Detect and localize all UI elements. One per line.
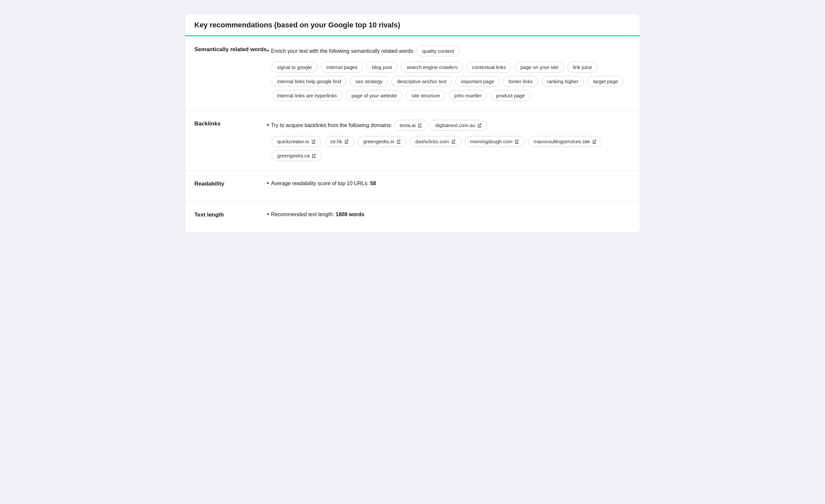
tag-texta-ai[interactable]: texta.ai [394,120,428,131]
tag-page-on-your-site: page on your site [515,62,564,73]
tag-signal-to-google: signal to google [272,62,317,73]
tag-greengeeks-ca[interactable]: greengeeks.ca [272,150,322,161]
tag-ctr-hk[interactable]: ctr.hk [325,136,355,147]
section-content-text-length: Recommended text length: 1808 words [267,211,630,223]
tag-link-juice: link juice [567,62,598,73]
section-semantically-related: Semantically related words Enrich your t… [185,36,640,111]
external-link-icon [477,123,482,128]
tag-footer-links: footer links [503,76,538,87]
tag-ranking-higher: ranking higher [541,76,584,87]
section-text-length: Text length Recommended text length: 180… [185,202,640,232]
tag-site-structure: site structure [406,90,446,101]
tag-important-page: important page [455,76,500,87]
tag-contextual-links: contextual links [466,62,512,73]
text-length-bullet: Recommended text length: 1808 words [267,211,630,218]
tag-dashclicks[interactable]: dashclicks.com [410,136,461,147]
section-label-readability: Readability [195,180,267,187]
tag-product-page: product page [491,90,531,101]
tag-morningdough[interactable]: morningdough.com [465,136,525,147]
external-link-icon [311,153,316,158]
semantically-related-tags: signal to google internal pages blog pos… [272,62,630,101]
section-label-backlinks: Backlinks [195,120,267,127]
backlinks-tags: quickcreator.io ctr.hk greengeeks.in [272,136,630,161]
card-header: Key recommendations (based on your Googl… [185,13,640,36]
external-link-icon [592,139,597,144]
section-content-semantically-related: Enrich your text with the following sema… [267,46,630,101]
tag-internal-links-help-google-find: internal links help google find [272,76,347,87]
semantically-related-bullet: Enrich your text with the following sema… [267,46,630,57]
tag-blog-post: blog post [366,62,398,73]
tag-page-of-your-website: page of your website [346,90,402,101]
external-link-icon [311,139,316,144]
readability-score: 58 [370,181,376,186]
section-content-backlinks: Try to acquire backlinks from the follow… [267,120,630,161]
recommendations-card: Key recommendations (based on your Googl… [185,13,640,233]
tag-seo-strategy: seo strategy [350,76,388,87]
tag-internal-links-are-hyperlinks: internal links are hyperlinks [272,90,343,101]
card-title: Key recommendations (based on your Googl… [195,21,630,29]
tag-digitalnext[interactable]: digitalnext.com.au [430,120,487,131]
tag-internal-pages: internal pages [321,62,363,73]
tag-quality-content: quality content [417,46,460,57]
tag-target-page: target page [587,76,624,87]
tag-quickcreator[interactable]: quickcreator.io [272,136,321,147]
tag-greengeeks-in[interactable]: greengeeks.in [358,136,406,147]
tag-john-mueller: john mueller [449,90,487,101]
backlinks-bullet: Try to acquire backlinks from the follow… [267,120,630,131]
text-length-value: 1808 words [335,212,364,217]
tag-maconsulting[interactable]: maconsultingservices.site [528,136,602,147]
external-link-icon [515,139,519,144]
readability-bullet: Average readability score of top 10 URLs… [267,180,630,187]
external-link-icon [344,139,349,144]
section-backlinks: Backlinks Try to acquire backlinks from … [185,111,640,171]
external-link-icon [396,139,401,144]
section-readability: Readability Average readability score of… [185,171,640,202]
tag-search-engine-crawlers: search engine crawlers [401,62,463,73]
external-link-icon [451,139,456,144]
external-link-icon [418,123,422,128]
section-content-readability: Average readability score of top 10 URLs… [267,180,630,192]
tag-descriptive-anchor-text: descriptive anchor text [391,76,452,87]
section-label-semantically-related: Semantically related words [195,46,267,53]
section-label-text-length: Text length [195,211,267,218]
